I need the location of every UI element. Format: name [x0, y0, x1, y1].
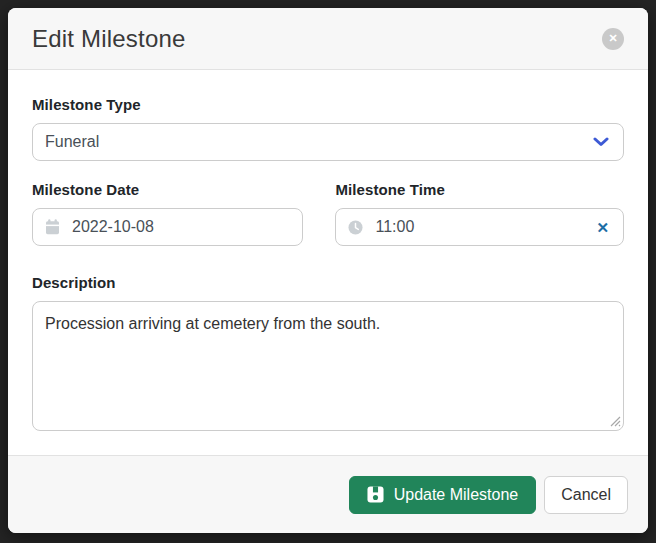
milestone-type-select[interactable]: Funeral	[32, 123, 624, 161]
save-icon	[367, 486, 384, 503]
modal-title: Edit Milestone	[32, 25, 186, 53]
clock-icon	[348, 220, 363, 235]
cancel-button[interactable]: Cancel	[544, 476, 628, 514]
modal-backdrop: Edit Milestone ✕ Milestone Type Funeral …	[0, 0, 656, 543]
close-button[interactable]: ✕	[602, 28, 624, 50]
description-field: Procession arriving at cemetery from the…	[32, 301, 624, 431]
cancel-label: Cancel	[561, 486, 611, 503]
description-label: Description	[32, 274, 624, 291]
milestone-date-label: Milestone Date	[32, 181, 303, 198]
milestone-type-label: Milestone Type	[32, 96, 624, 113]
milestone-time-group: Milestone Time ✕	[335, 181, 624, 246]
milestone-date-input[interactable]	[72, 218, 290, 236]
milestone-time-input[interactable]	[375, 218, 582, 236]
clear-time-icon: ✕	[596, 219, 609, 236]
modal-body: Milestone Type Funeral Milestone Date	[8, 70, 648, 455]
date-time-row: Milestone Date	[32, 181, 624, 246]
close-icon: ✕	[608, 33, 617, 44]
modal-header: Edit Milestone ✕	[8, 8, 648, 70]
description-textarea[interactable]: Procession arriving at cemetery from the…	[32, 301, 624, 431]
update-milestone-label: Update Milestone	[394, 486, 519, 504]
update-milestone-button[interactable]: Update Milestone	[349, 476, 537, 514]
calendar-icon	[45, 219, 60, 235]
milestone-time-field[interactable]: ✕	[335, 208, 624, 246]
chevron-down-icon	[593, 137, 609, 147]
milestone-date-field[interactable]	[32, 208, 303, 246]
edit-milestone-modal: Edit Milestone ✕ Milestone Type Funeral …	[8, 8, 648, 533]
milestone-time-label: Milestone Time	[335, 181, 624, 198]
milestone-type-value: Funeral	[45, 133, 99, 151]
milestone-date-group: Milestone Date	[32, 181, 303, 246]
modal-footer: Update Milestone Cancel	[8, 455, 648, 533]
clear-time-button[interactable]: ✕	[594, 220, 611, 235]
